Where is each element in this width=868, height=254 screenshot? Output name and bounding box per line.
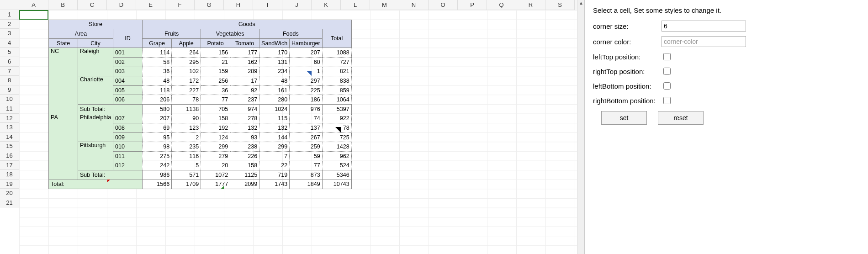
set-button[interactable]: set bbox=[601, 111, 647, 125]
row-header-19[interactable]: 19 bbox=[0, 180, 19, 189]
righttop-checkbox[interactable] bbox=[663, 68, 671, 75]
cell[interactable]: 922 bbox=[322, 114, 351, 123]
cell[interactable]: 859 bbox=[322, 85, 351, 95]
cell[interactable]: 003 bbox=[113, 67, 143, 76]
cell[interactable]: Fruits bbox=[143, 29, 201, 39]
cell[interactable]: 1 bbox=[290, 67, 323, 76]
cell[interactable]: 004 bbox=[113, 76, 143, 86]
cell[interactable]: 1709 bbox=[172, 180, 201, 189]
col-header-Q[interactable]: Q bbox=[487, 0, 516, 10]
cell[interactable]: 21 bbox=[201, 57, 230, 67]
row-header-3[interactable]: 3 bbox=[0, 29, 19, 38]
cell[interactable]: Hamburger bbox=[290, 38, 323, 48]
col-header-O[interactable]: O bbox=[429, 0, 458, 10]
col-header-F[interactable]: F bbox=[165, 0, 195, 10]
cell[interactable]: 006 bbox=[113, 95, 143, 105]
cell[interactable]: Area bbox=[49, 29, 113, 39]
cell[interactable]: 011 bbox=[113, 151, 143, 161]
cell[interactable]: 36 bbox=[201, 85, 230, 95]
cell[interactable]: 873 bbox=[290, 170, 323, 180]
row-header-18[interactable]: 18 bbox=[0, 170, 19, 180]
col-header-I[interactable]: I bbox=[253, 0, 282, 10]
col-header-M[interactable]: M bbox=[370, 0, 399, 10]
col-header-J[interactable]: J bbox=[282, 0, 312, 10]
cell[interactable]: Foods bbox=[259, 29, 323, 39]
cell[interactable]: 78 bbox=[172, 95, 201, 105]
cell[interactable]: 102 bbox=[172, 67, 201, 76]
cell[interactable]: 186 bbox=[290, 95, 323, 105]
cell[interactable]: 132 bbox=[259, 123, 290, 133]
cell[interactable]: 1777 bbox=[201, 180, 230, 189]
row-header-15[interactable]: 15 bbox=[0, 142, 19, 151]
cell[interactable]: 235 bbox=[172, 142, 201, 152]
col-header-D[interactable]: D bbox=[107, 0, 136, 10]
cell[interactable]: 207 bbox=[290, 48, 323, 58]
cell[interactable]: Charlotte bbox=[78, 76, 113, 105]
col-header-N[interactable]: N bbox=[399, 0, 429, 10]
cell[interactable]: 156 bbox=[201, 48, 230, 58]
cell[interactable]: 1064 bbox=[322, 95, 351, 105]
cell[interactable]: 725 bbox=[322, 132, 351, 142]
corner-color-input[interactable] bbox=[662, 36, 746, 47]
cell[interactable]: 118 bbox=[143, 85, 172, 95]
vertical-scrollbar[interactable]: ▲ bbox=[577, 0, 584, 254]
col-header-E[interactable]: E bbox=[136, 0, 165, 10]
cell[interactable]: 74 bbox=[290, 114, 323, 123]
cell[interactable]: 295 bbox=[172, 57, 201, 67]
cell[interactable]: 237 bbox=[230, 95, 259, 105]
cell[interactable]: 571 bbox=[172, 170, 201, 180]
row-header-21[interactable]: 21 bbox=[0, 198, 19, 208]
cell[interactable]: 1125 bbox=[230, 170, 259, 180]
col-header-G[interactable]: G bbox=[195, 0, 224, 10]
cell[interactable]: 719 bbox=[259, 170, 290, 180]
cell[interactable]: 256 bbox=[201, 76, 230, 86]
cell[interactable]: 1566 bbox=[143, 180, 172, 189]
cell[interactable]: 280 bbox=[259, 95, 290, 105]
cell[interactable]: 58 bbox=[143, 57, 172, 67]
row-header-1[interactable]: 1 bbox=[0, 10, 19, 20]
row-header-8[interactable]: 8 bbox=[0, 76, 19, 85]
cell[interactable]: 161 bbox=[259, 85, 290, 95]
cell[interactable]: SandWich bbox=[259, 38, 290, 48]
cell[interactable]: Sub Total: bbox=[78, 170, 143, 180]
cell[interactable]: 5 bbox=[172, 161, 201, 170]
select-all-corner[interactable] bbox=[0, 0, 19, 10]
cell[interactable]: 22 bbox=[259, 161, 290, 170]
col-header-A[interactable]: A bbox=[19, 0, 48, 10]
cell[interactable]: Goods bbox=[143, 20, 352, 29]
row-header-14[interactable]: 14 bbox=[0, 132, 19, 142]
cell[interactable]: 2 bbox=[172, 132, 201, 142]
cell[interactable]: 986 bbox=[143, 170, 172, 180]
cell[interactable]: 177 bbox=[230, 48, 259, 58]
cell[interactable]: 192 bbox=[201, 123, 230, 133]
cell[interactable]: 92 bbox=[230, 85, 259, 95]
cell[interactable]: 93 bbox=[230, 132, 259, 142]
cell[interactable]: 009 bbox=[113, 132, 143, 142]
cell[interactable]: 1072 bbox=[201, 170, 230, 180]
cell[interactable]: 279 bbox=[201, 151, 230, 161]
cell[interactable]: Total: bbox=[49, 180, 143, 189]
cell[interactable]: 20 bbox=[201, 161, 230, 170]
row-header-7[interactable]: 7 bbox=[0, 67, 19, 76]
cell[interactable]: 267 bbox=[290, 132, 323, 142]
cell[interactable]: 299 bbox=[201, 142, 230, 152]
cell[interactable]: ID bbox=[113, 29, 143, 48]
cell[interactable]: 1088 bbox=[322, 48, 351, 58]
leftbottom-checkbox[interactable] bbox=[663, 82, 671, 90]
cell[interactable]: 727 bbox=[322, 57, 351, 67]
cell[interactable]: 976 bbox=[290, 104, 323, 114]
cell[interactable]: 289 bbox=[230, 67, 259, 76]
cell[interactable]: 012 bbox=[113, 161, 143, 170]
col-header-P[interactable]: P bbox=[458, 0, 487, 10]
cell[interactable]: Raleigh bbox=[78, 48, 113, 76]
cell[interactable]: 838 bbox=[322, 76, 351, 86]
cell[interactable]: 17 bbox=[230, 76, 259, 86]
cell[interactable]: 001 bbox=[113, 48, 143, 58]
row-header-13[interactable]: 13 bbox=[0, 123, 19, 132]
row-header-12[interactable]: 12 bbox=[0, 114, 19, 123]
row-header-17[interactable]: 17 bbox=[0, 161, 19, 170]
cell[interactable]: 69 bbox=[143, 123, 172, 133]
cell[interactable]: 5346 bbox=[322, 170, 351, 180]
cell[interactable]: 225 bbox=[290, 85, 323, 95]
cell[interactable]: 275 bbox=[143, 151, 172, 161]
